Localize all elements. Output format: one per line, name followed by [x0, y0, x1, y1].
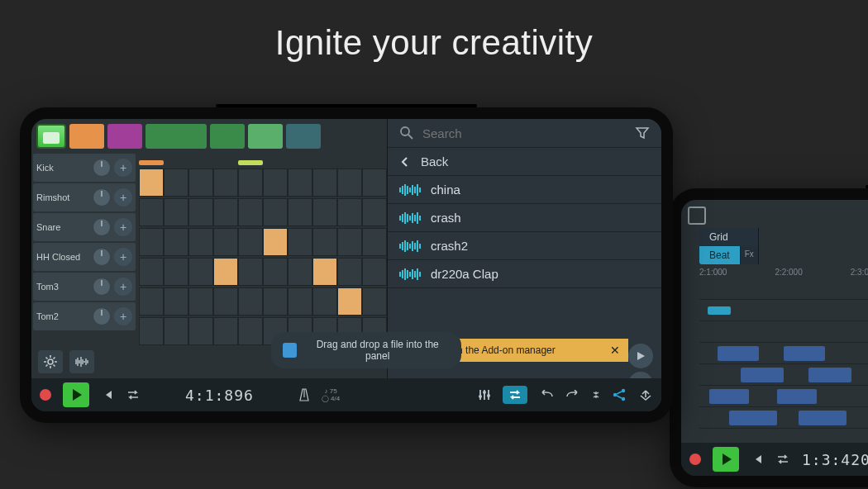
metronome-icon[interactable] [298, 387, 310, 402]
play-button[interactable] [713, 447, 739, 472]
undo-icon[interactable] [539, 390, 554, 400]
step-cell[interactable] [362, 169, 387, 197]
rewind-button[interactable] [751, 453, 764, 466]
step-cell[interactable] [337, 169, 362, 197]
pattern-chip[interactable] [286, 124, 321, 149]
more-icon[interactable] [592, 391, 600, 399]
tab-fx[interactable]: Fx [741, 246, 759, 264]
rewind-button[interactable] [101, 388, 114, 401]
step-cell[interactable] [337, 287, 362, 316]
search-input[interactable] [422, 126, 627, 140]
track-row[interactable]: Tom3 + [33, 273, 136, 301]
track-row[interactable]: Tom2 + [33, 302, 136, 330]
settings-gear-icon[interactable] [38, 350, 63, 373]
track-row[interactable]: Rimshot + [33, 183, 136, 211]
track-add-icon[interactable]: + [114, 218, 132, 236]
share-icon[interactable] [612, 388, 627, 401]
track-add-icon[interactable]: + [114, 278, 132, 296]
step-cell[interactable] [337, 198, 362, 226]
tab-grid[interactable]: Grid [699, 228, 759, 246]
step-cell[interactable] [188, 258, 213, 286]
track-row[interactable]: Snare + [33, 213, 136, 241]
step-cell[interactable] [164, 198, 188, 226]
step-cell[interactable] [213, 228, 238, 256]
pattern-chip[interactable] [248, 124, 283, 149]
step-cell[interactable] [288, 169, 312, 197]
step-cell[interactable] [288, 198, 312, 226]
sample-item[interactable]: crash2 [388, 232, 661, 260]
step-cell[interactable] [188, 198, 213, 226]
step-cell[interactable] [263, 198, 288, 226]
step-cell[interactable] [213, 198, 238, 226]
redo-icon[interactable] [565, 390, 580, 400]
step-cell[interactable] [139, 228, 164, 256]
step-cell[interactable] [263, 169, 288, 197]
step-cell[interactable] [337, 258, 362, 286]
step-cell[interactable] [312, 198, 337, 226]
filter-icon[interactable] [635, 126, 650, 140]
step-cell[interactable] [238, 287, 263, 316]
step-cell[interactable] [312, 228, 337, 256]
step-cell[interactable] [164, 169, 188, 197]
step-cell[interactable] [139, 169, 164, 197]
pattern-chip[interactable] [210, 124, 245, 149]
step-cell[interactable] [312, 287, 337, 316]
export-icon[interactable] [638, 388, 653, 401]
record-button[interactable] [689, 453, 701, 465]
step-cell[interactable] [139, 198, 164, 226]
step-cell[interactable] [188, 287, 213, 316]
step-cell[interactable] [238, 169, 263, 197]
track-add-icon[interactable]: + [114, 307, 132, 325]
step-cell[interactable] [213, 258, 238, 286]
step-cell[interactable] [164, 258, 188, 286]
step-cell[interactable] [164, 228, 188, 256]
view-mode-icon[interactable] [688, 207, 706, 225]
track-row[interactable]: Kick + [33, 154, 136, 182]
pattern-chip[interactable] [145, 124, 207, 149]
loop-button[interactable] [126, 389, 141, 401]
step-cell[interactable] [238, 198, 263, 226]
step-cell[interactable] [312, 258, 337, 286]
step-cell[interactable] [213, 287, 238, 316]
step-cell[interactable] [263, 258, 288, 286]
sample-item[interactable]: dr220a Clap [388, 260, 661, 288]
step-cell[interactable] [164, 287, 188, 316]
step-cell[interactable] [164, 317, 188, 345]
track-knob-icon[interactable] [93, 159, 111, 177]
waveform-view-icon[interactable] [69, 350, 94, 373]
play-button[interactable] [63, 382, 89, 407]
step-cell[interactable] [362, 258, 387, 286]
tempo-display[interactable]: ♪ 75 ◯ 4/4 [322, 387, 340, 402]
record-button[interactable] [40, 389, 51, 401]
mixer-icon[interactable] [478, 388, 491, 401]
track-row[interactable]: HH Closed + [33, 243, 136, 271]
step-cell[interactable] [362, 228, 387, 256]
step-cell[interactable] [263, 228, 288, 256]
step-cell[interactable] [188, 169, 213, 197]
close-icon[interactable]: ✕ [610, 344, 620, 357]
step-cell[interactable] [213, 169, 238, 197]
step-cell[interactable] [288, 287, 312, 316]
step-cell[interactable] [288, 258, 312, 286]
track-add-icon[interactable]: + [114, 159, 132, 177]
sample-item[interactable]: crash [388, 204, 661, 232]
sample-item[interactable]: china [388, 176, 661, 204]
pattern-chip[interactable] [69, 124, 104, 149]
step-cell[interactable] [362, 287, 387, 316]
app-logo-icon[interactable] [36, 124, 66, 149]
step-cell[interactable] [139, 317, 164, 345]
track-knob-icon[interactable] [93, 248, 111, 266]
tab-beat[interactable]: Beat [699, 246, 741, 264]
step-cell[interactable] [238, 258, 263, 286]
step-cell[interactable] [188, 317, 213, 345]
step-cell[interactable] [238, 317, 263, 345]
step-cell[interactable] [337, 228, 362, 256]
step-cell[interactable] [362, 198, 387, 226]
step-cell[interactable] [139, 258, 164, 286]
loop-mode-icon[interactable] [503, 386, 527, 404]
step-cell[interactable] [213, 317, 238, 345]
step-cell[interactable] [238, 228, 263, 256]
track-add-icon[interactable]: + [114, 248, 132, 266]
step-cell[interactable] [263, 287, 288, 316]
track-knob-icon[interactable] [93, 188, 111, 207]
